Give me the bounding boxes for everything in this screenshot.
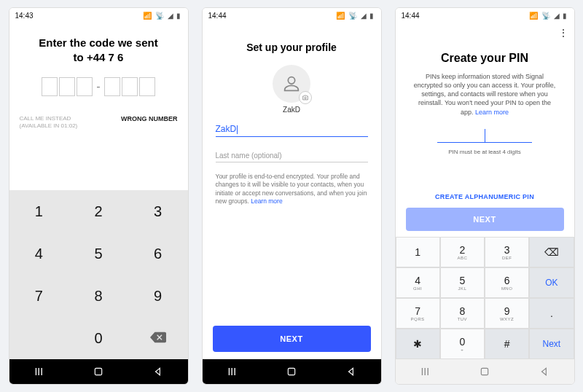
nav-back[interactable] bbox=[533, 366, 555, 377]
screen-content: Enter the code we sent to +44 7 6 - CALL… bbox=[9, 23, 188, 359]
key-num: . bbox=[550, 307, 553, 319]
android-nav-bar: III bbox=[9, 359, 188, 384]
key-sub: PQRS bbox=[411, 317, 425, 321]
key-3[interactable]: 3DEF bbox=[485, 237, 529, 267]
key-num: 6 bbox=[504, 275, 510, 286]
nav-home[interactable] bbox=[281, 366, 302, 377]
call-me-timer: (AVAILABLE IN 01:02) bbox=[20, 122, 78, 130]
nav-back[interactable] bbox=[340, 366, 362, 377]
overflow-menu-icon[interactable]: ⋮ bbox=[558, 27, 568, 39]
page-title-line1: Enter the code we sent bbox=[21, 36, 176, 50]
wrong-number-link[interactable]: WRONG NUMBER bbox=[121, 115, 178, 129]
page-title: Create your PIN bbox=[396, 52, 574, 65]
status-bar: 14:44 📶 📡 ◢ ▮ bbox=[203, 8, 381, 23]
key-num: 0 bbox=[459, 336, 465, 348]
key-4[interactable]: 4GHI bbox=[396, 267, 440, 298]
key-4[interactable]: 4 bbox=[9, 232, 69, 275]
pin-input[interactable] bbox=[437, 127, 532, 143]
last-name-field[interactable]: Last name (optional) bbox=[216, 149, 368, 162]
key-6[interactable]: 6 bbox=[128, 232, 188, 275]
key-7[interactable]: 7 bbox=[9, 275, 69, 317]
key-3[interactable]: 3 bbox=[128, 190, 188, 232]
code-digit[interactable] bbox=[139, 77, 155, 96]
key-num: 5 bbox=[459, 275, 465, 286]
call-me-label: CALL ME INSTEAD bbox=[20, 115, 78, 122]
android-nav-bar: III bbox=[203, 359, 381, 384]
nav-back[interactable] bbox=[147, 366, 169, 377]
key-num: 9 bbox=[504, 305, 510, 317]
backspace-icon bbox=[150, 330, 166, 347]
status-icons: 📶 📡 ◢ ▮ bbox=[529, 12, 568, 20]
nav-home[interactable] bbox=[474, 366, 496, 377]
key-5[interactable]: 5JKL bbox=[440, 267, 485, 298]
first-name-value: ZakD bbox=[216, 124, 237, 134]
call-me-instead-link: CALL ME INSTEAD (AVAILABLE IN 01:02) bbox=[20, 115, 78, 129]
nav-recent[interactable]: III bbox=[28, 366, 50, 377]
key-✱[interactable]: ✱ bbox=[396, 329, 440, 359]
last-name-placeholder: Last name (optional) bbox=[216, 152, 282, 160]
pin-hint: PIN must be at least 4 digits bbox=[396, 149, 574, 155]
key-#[interactable]: # bbox=[485, 329, 529, 359]
phone-setup-profile: 14:44 📶 📡 ◢ ▮ Set up your profile ZakD Z… bbox=[202, 7, 382, 385]
first-name-field[interactable]: ZakD bbox=[216, 121, 368, 137]
person-icon bbox=[281, 74, 302, 94]
key-2[interactable]: 2ABC bbox=[440, 237, 485, 267]
key-.[interactable]: . bbox=[529, 298, 574, 329]
key-⌫[interactable]: ⌫ bbox=[529, 237, 574, 267]
key-6[interactable]: 6MNO bbox=[485, 267, 529, 298]
camera-icon bbox=[302, 94, 309, 101]
key-7[interactable]: 7PQRS bbox=[396, 298, 440, 329]
android-nav-bar: III bbox=[396, 359, 574, 384]
nav-recent[interactable]: III bbox=[221, 366, 243, 377]
key-num: 1 bbox=[415, 246, 420, 258]
key-sub: TUV bbox=[458, 317, 468, 321]
learn-more-link[interactable]: Learn more bbox=[251, 197, 282, 205]
key-9[interactable]: 9 bbox=[128, 275, 188, 317]
status-time: 14:44 bbox=[402, 12, 420, 20]
text-cursor bbox=[485, 129, 485, 142]
key-num: 3 bbox=[504, 244, 510, 256]
camera-badge[interactable] bbox=[299, 91, 312, 104]
status-time: 14:43 bbox=[15, 12, 34, 20]
key-sub: GHI bbox=[413, 286, 422, 291]
create-alphanumeric-pin-link[interactable]: CREATE ALPHANUMERIC PIN bbox=[396, 193, 574, 200]
key-2[interactable]: 2 bbox=[69, 190, 128, 232]
key-0[interactable]: 0+ bbox=[440, 329, 485, 359]
status-bar: 14:43 📶 📡 ◢ ▮ bbox=[9, 8, 188, 23]
next-button[interactable]: NEXT bbox=[213, 326, 371, 352]
screen-content: Set up your profile ZakD ZakD Last name … bbox=[203, 23, 381, 359]
code-input-group[interactable]: - bbox=[21, 77, 176, 96]
key-next[interactable]: Next bbox=[529, 329, 574, 359]
svg-rect-2 bbox=[481, 368, 488, 375]
nav-recent[interactable]: III bbox=[414, 366, 436, 377]
code-digit[interactable] bbox=[59, 77, 75, 96]
key-0[interactable]: 0 bbox=[69, 317, 128, 359]
pin-keypad: 12ABC3DEF⌫4GHI5JKL6MNOOK7PQRS8TUV9WXYZ.✱… bbox=[396, 237, 574, 359]
screen-content: Create your PIN PINs keep information st… bbox=[396, 23, 574, 359]
key-sub: MNO bbox=[501, 286, 513, 291]
pin-description: PINs keep information stored with Signal… bbox=[396, 65, 574, 117]
key-8[interactable]: 8TUV bbox=[440, 298, 485, 329]
page-title: Set up your profile bbox=[203, 42, 381, 53]
avatar[interactable] bbox=[273, 65, 310, 103]
key-num: 2 bbox=[459, 244, 465, 256]
key-1[interactable]: 1 bbox=[396, 237, 440, 267]
code-digit[interactable] bbox=[104, 77, 120, 96]
key-ok[interactable]: OK bbox=[529, 267, 574, 298]
key-1[interactable]: 1 bbox=[9, 190, 69, 232]
key-9[interactable]: 9WXYZ bbox=[485, 298, 529, 329]
key-num: 4 bbox=[415, 275, 420, 286]
learn-more-link[interactable]: Learn more bbox=[475, 109, 509, 116]
key-empty bbox=[9, 317, 69, 359]
svg-rect-0 bbox=[95, 368, 101, 375]
code-digit[interactable] bbox=[122, 77, 138, 96]
key-8[interactable]: 8 bbox=[69, 275, 128, 317]
key-5[interactable]: 5 bbox=[69, 232, 128, 275]
code-digit[interactable] bbox=[77, 77, 93, 96]
nav-home[interactable] bbox=[87, 366, 109, 377]
phone-create-pin: 14:44 📶 📡 ◢ ▮ ⋮ Create your PIN PINs kee… bbox=[395, 7, 575, 385]
phone-enter-code: 14:43 📶 📡 ◢ ▮ Enter the code we sent to … bbox=[9, 7, 189, 385]
code-digit[interactable] bbox=[42, 77, 58, 96]
key-backspace[interactable] bbox=[128, 317, 188, 359]
next-button[interactable]: NEXT bbox=[406, 208, 564, 231]
